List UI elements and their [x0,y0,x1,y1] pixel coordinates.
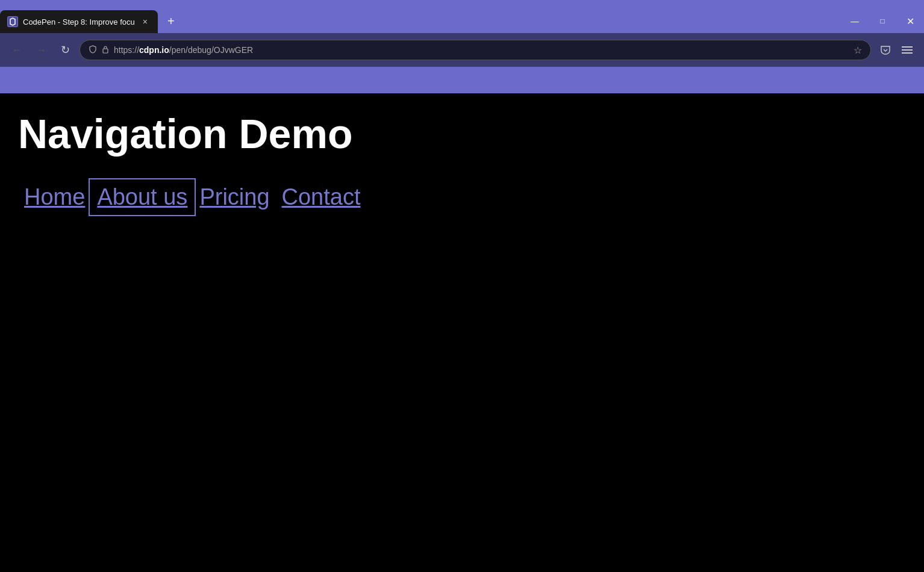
nav-link-contact[interactable]: Contact [276,181,367,214]
nav-link-about-us[interactable]: About us [91,181,193,214]
pocket-icon[interactable] [876,40,895,60]
active-tab[interactable]: CodePen - Step 8: Improve focu × [0,10,158,33]
nav-list: HomeAbout usPricingContact [18,181,906,214]
svg-rect-1 [103,49,108,53]
tab-close-button[interactable]: × [140,16,151,27]
nav-link-pricing[interactable]: Pricing [193,181,275,214]
main-navigation: HomeAbout usPricingContact [18,181,906,214]
new-tab-button[interactable]: + [160,10,182,32]
menu-icon[interactable] [897,40,917,60]
lock-icon [102,45,109,55]
address-bar-row: ← → ↻ https://cdpn.io/pen/debug/OJvwGER … [0,33,924,67]
nav-item: Home [18,181,91,214]
address-bar[interactable]: https://cdpn.io/pen/debug/OJvwGER ☆ [80,40,871,60]
nav-link-home[interactable]: Home [18,181,91,214]
tab-favicon [7,16,18,27]
page-title: Navigation Demo [18,111,906,157]
forward-button[interactable]: → [31,40,51,60]
close-button[interactable]: ✕ [896,10,924,32]
window-controls: — □ ✕ [841,10,924,32]
page-content: Navigation Demo HomeAbout usPricingConta… [0,93,924,572]
tab-bar: CodePen - Step 8: Improve focu × + — □ ✕ [0,0,924,33]
bookmark-icon[interactable]: ☆ [854,45,862,56]
nav-item: Contact [276,181,367,214]
toolbar-icons [876,40,917,60]
back-button[interactable]: ← [7,40,27,60]
tab-title: CodePen - Step 8: Improve focu [23,17,135,26]
nav-item: About us [91,181,193,214]
shield-icon [89,45,97,55]
minimize-button[interactable]: — [841,10,869,32]
refresh-button[interactable]: ↻ [55,40,75,60]
url-text: https://cdpn.io/pen/debug/OJvwGER [114,45,849,55]
browser-chrome: CodePen - Step 8: Improve focu × + — □ ✕… [0,0,924,93]
maximize-button[interactable]: □ [869,10,896,32]
nav-item: Pricing [193,181,275,214]
